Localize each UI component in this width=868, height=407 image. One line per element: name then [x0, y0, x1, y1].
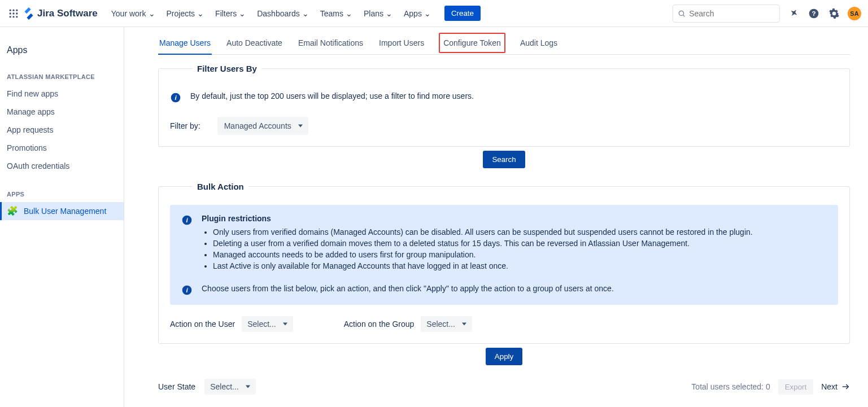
action-user-select[interactable]: Select... — [242, 316, 293, 332]
tab-import-users[interactable]: Import Users — [378, 32, 425, 54]
tab-configure-token[interactable]: Configure Token — [439, 33, 505, 53]
filter-by-label: Filter by: — [170, 121, 200, 130]
jira-logo[interactable]: Jira Software — [23, 7, 98, 20]
bulk-action-panel: Bulk Action i Plugin restrictions Only u… — [158, 182, 850, 344]
create-button[interactable]: Create — [444, 6, 481, 21]
svg-point-4 — [12, 12, 14, 14]
sidebar-item-promotions[interactable]: Promotions — [0, 139, 124, 157]
chevron-down-icon: ⌄ — [239, 9, 246, 18]
arrow-right-icon — [841, 382, 850, 391]
search-input[interactable] — [689, 9, 775, 18]
sidebar-item-find-apps[interactable]: Find new apps — [0, 85, 124, 103]
tabs: Manage Users Auto Deactivate Email Notif… — [158, 32, 850, 55]
sidebar-item-label: Bulk User Management — [24, 207, 106, 216]
info-icon: i — [181, 215, 193, 226]
search-icon — [678, 9, 686, 18]
action-user-label: Action on the User — [170, 320, 235, 329]
svg-text:?: ? — [812, 10, 815, 17]
svg-point-2 — [16, 9, 18, 11]
search-box[interactable] — [673, 5, 780, 23]
svg-point-6 — [10, 16, 11, 17]
restrictions-title: Plugin restrictions — [202, 214, 827, 223]
chevron-down-icon: ⌄ — [346, 9, 352, 18]
filter-info-text: By default, just the top 200 users will … — [190, 91, 474, 100]
info-banner: i Plugin restrictions Only users from ve… — [170, 205, 838, 305]
sidebar: Apps ATLASSIAN MARKETPLACE Find new apps… — [0, 27, 124, 407]
nav-plans[interactable]: Plans⌄ — [359, 6, 397, 21]
product-name: Jira Software — [37, 8, 98, 19]
sidebar-section-marketplace: ATLASSIAN MARKETPLACE — [0, 69, 124, 85]
settings-icon[interactable] — [827, 7, 841, 20]
svg-point-5 — [16, 12, 18, 14]
sidebar-item-manage-apps[interactable]: Manage apps — [0, 103, 124, 121]
info-icon: i — [181, 285, 193, 296]
sidebar-section-apps: APPS — [0, 186, 124, 202]
app-switcher-icon[interactable] — [7, 7, 20, 20]
next-button[interactable]: Next — [821, 382, 850, 391]
restriction-item: Deleting a user from a verified domain m… — [213, 239, 827, 248]
restrictions-list: Only users from verified domains (Manage… — [213, 227, 827, 270]
nav-projects[interactable]: Projects⌄ — [162, 6, 209, 21]
tab-manage-users[interactable]: Manage Users — [158, 32, 212, 54]
tab-auto-deactivate[interactable]: Auto Deactivate — [225, 32, 283, 54]
svg-point-3 — [10, 12, 11, 14]
export-button[interactable]: Export — [778, 379, 814, 395]
sidebar-title: Apps — [0, 36, 124, 69]
chevron-down-icon: ⌄ — [424, 9, 431, 18]
svg-point-7 — [12, 16, 14, 17]
avatar[interactable]: SA — [848, 7, 861, 20]
chevron-down-icon: ⌄ — [149, 9, 155, 18]
info-icon: i — [170, 92, 181, 103]
svg-line-10 — [683, 15, 684, 16]
svg-point-8 — [16, 16, 18, 17]
chevron-down-icon: ⌄ — [386, 9, 392, 18]
top-icons: ? SA — [787, 7, 861, 20]
footer-row: User State Select... Total users selecte… — [158, 379, 850, 395]
chevron-down-icon: ⌄ — [302, 9, 309, 18]
sidebar-item-oauth[interactable]: OAuth credentials — [0, 157, 124, 175]
search-button[interactable]: Search — [483, 151, 525, 168]
svg-point-1 — [12, 9, 14, 11]
jira-icon — [23, 7, 35, 20]
action-group-label: Action on the Group — [344, 320, 415, 329]
topbar: Jira Software Your work⌄ Projects⌄ Filte… — [0, 0, 868, 27]
puzzle-icon: 🧩 — [7, 207, 18, 216]
user-state-label: User State — [158, 382, 195, 391]
tab-audit-logs[interactable]: Audit Logs — [519, 32, 559, 54]
restriction-item: Only users from verified domains (Manage… — [213, 227, 827, 237]
primary-nav: Your work⌄ Projects⌄ Filters⌄ Dashboards… — [107, 6, 481, 21]
total-selected-label: Total users selected: 0 — [691, 382, 770, 391]
nav-apps[interactable]: Apps⌄ — [399, 6, 435, 21]
svg-point-9 — [679, 11, 683, 15]
action-group-select[interactable]: Select... — [421, 316, 472, 332]
notification-icon[interactable] — [787, 7, 800, 20]
restriction-item: Managed accounts needs to be added to us… — [213, 250, 827, 259]
restriction-item: Last Active is only available for Manage… — [213, 261, 827, 270]
bulk-panel-legend: Bulk Action — [193, 182, 248, 191]
sidebar-item-app-requests[interactable]: App requests — [0, 121, 124, 139]
nav-dashboards[interactable]: Dashboards⌄ — [252, 6, 313, 21]
apply-button[interactable]: Apply — [486, 348, 522, 365]
help-icon[interactable]: ? — [807, 7, 821, 20]
filter-panel-legend: Filter Users By — [193, 64, 261, 73]
nav-filters[interactable]: Filters⌄ — [211, 6, 250, 21]
filter-users-panel: Filter Users By i By default, just the t… — [158, 64, 850, 147]
main-content: Manage Users Auto Deactivate Email Notif… — [124, 27, 868, 407]
chevron-down-icon: ⌄ — [197, 9, 204, 18]
sidebar-item-bulk-user[interactable]: 🧩 Bulk User Management — [0, 202, 124, 220]
filter-by-select[interactable]: Managed Accounts — [217, 117, 308, 135]
svg-point-0 — [10, 9, 11, 11]
user-state-select[interactable]: Select... — [204, 379, 256, 395]
total-selected-count: 0 — [766, 382, 770, 391]
nav-your-work[interactable]: Your work⌄ — [107, 6, 160, 21]
tab-email-notifications[interactable]: Email Notifications — [297, 32, 364, 54]
nav-teams[interactable]: Teams⌄ — [316, 6, 357, 21]
choose-info-text: Choose users from the list below, pick a… — [202, 284, 614, 293]
